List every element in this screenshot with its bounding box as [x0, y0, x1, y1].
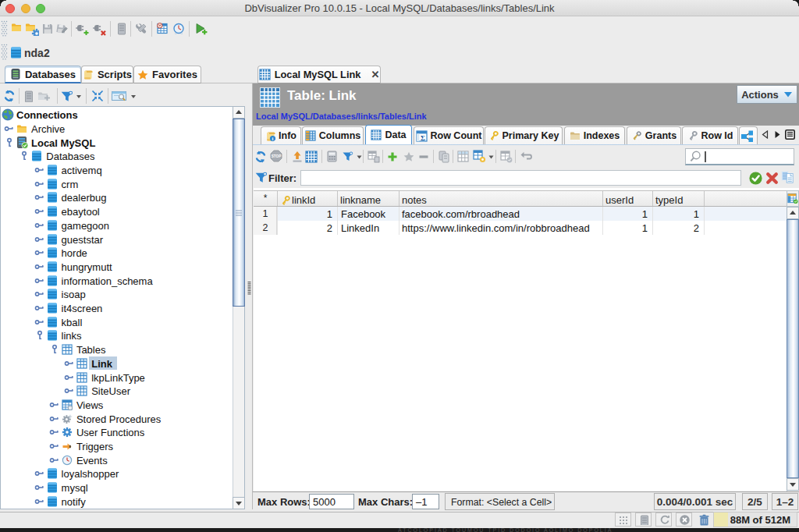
svg-text:STOP: STOP — [271, 154, 280, 158]
svg-text:Σ: Σ — [421, 133, 425, 141]
svg-text:i: i — [272, 136, 274, 141]
